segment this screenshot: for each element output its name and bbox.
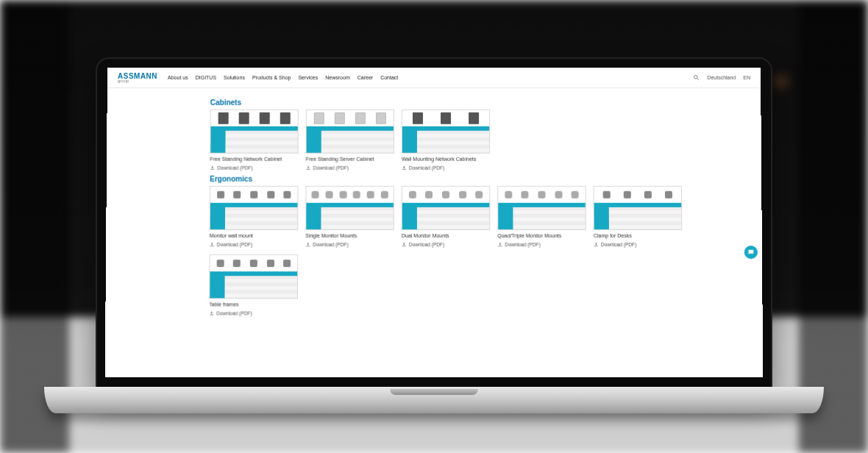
- site-header: ASSMANN group About us DIGITUS Solutions…: [107, 68, 761, 88]
- thumbnail: [210, 186, 299, 230]
- laptop-bezel: ASSMANN group About us DIGITUS Solutions…: [96, 57, 772, 390]
- primary-nav: About us DIGITUS Solutions Products & Sh…: [168, 75, 398, 80]
- nav-career[interactable]: Career: [357, 75, 373, 80]
- download-link[interactable]: Download (PDF): [497, 242, 586, 247]
- download-icon: [306, 165, 311, 171]
- download-icon: [305, 242, 310, 247]
- search-icon[interactable]: [693, 74, 700, 81]
- download-link[interactable]: Download (PDF): [209, 310, 298, 315]
- card-title: Wall Mounting Network Cabinets: [402, 157, 490, 163]
- card-title: Clamp for Desks: [594, 233, 683, 240]
- webpage: ASSMANN group About us DIGITUS Solutions…: [105, 68, 764, 377]
- download-icon: [402, 242, 407, 247]
- download-label: Download (PDF): [505, 242, 540, 247]
- download-link[interactable]: Download (PDF): [306, 165, 394, 171]
- card-cabinet-0[interactable]: Free Standing Network Cabinet Download (…: [210, 110, 299, 171]
- page-content: Cabinets Free Standing Network Cabinet: [105, 88, 762, 316]
- card-title: Quad/Triple Monitor Mounts: [497, 233, 586, 240]
- svg-point-0: [694, 75, 698, 78]
- nav-solutions[interactable]: Solutions: [224, 75, 245, 80]
- card-ergo-4[interactable]: Clamp for Desks Download (PDF): [594, 186, 683, 247]
- card-ergo-0[interactable]: Monitor wall mount Download (PDF): [210, 186, 299, 247]
- download-link[interactable]: Download (PDF): [210, 242, 299, 247]
- card-title: Single Monitor Mounts: [305, 233, 394, 240]
- download-label: Download (PDF): [313, 242, 348, 247]
- ergonomics-grid: Monitor wall mount Download (PDF): [209, 186, 762, 316]
- card-ergo-3[interactable]: Quad/Triple Monitor Mounts Download (PDF…: [497, 186, 586, 247]
- section-title-cabinets: Cabinets: [210, 99, 761, 107]
- laptop-screen: ASSMANN group About us DIGITUS Solutions…: [105, 68, 764, 377]
- header-right: Deutschland EN: [693, 74, 750, 81]
- card-title: Dual Monitor Mounts: [402, 233, 490, 240]
- card-ergo-1[interactable]: Single Monitor Mounts Download (PDF): [305, 186, 394, 247]
- download-label: Download (PDF): [217, 165, 252, 171]
- download-label: Download (PDF): [216, 310, 252, 315]
- section-title-ergonomics: Ergonomics: [210, 175, 761, 183]
- chat-widget-icon[interactable]: [744, 246, 758, 259]
- card-title: Free Standing Network Cabinet: [210, 157, 298, 163]
- card-ergo-2[interactable]: Dual Monitor Mounts Download (PDF): [402, 186, 491, 247]
- download-label: Download (PDF): [409, 242, 444, 247]
- language-selector[interactable]: EN: [743, 75, 750, 80]
- download-link[interactable]: Download (PDF): [594, 242, 683, 247]
- nav-digitus[interactable]: DIGITUS: [196, 75, 216, 80]
- brand-logo[interactable]: ASSMANN group: [118, 72, 157, 83]
- download-icon: [497, 242, 502, 247]
- nav-services[interactable]: Services: [298, 75, 318, 80]
- svg-line-1: [697, 79, 699, 80]
- thumbnail: [402, 186, 490, 230]
- download-link[interactable]: Download (PDF): [402, 165, 490, 171]
- card-title: Table frames: [209, 302, 298, 308]
- download-label: Download (PDF): [409, 165, 444, 171]
- thumbnail: [306, 110, 394, 154]
- thumbnail: [210, 110, 298, 154]
- laptop-base: [44, 387, 824, 413]
- laptop-mockup: ASSMANN group About us DIGITUS Solutions…: [96, 57, 772, 413]
- download-icon: [209, 310, 214, 315]
- card-title: Monitor wall mount: [210, 233, 299, 240]
- thumbnail: [594, 186, 683, 230]
- nav-about[interactable]: About us: [168, 75, 188, 80]
- download-link[interactable]: Download (PDF): [305, 242, 394, 247]
- nav-newsroom[interactable]: Newsroom: [325, 75, 349, 80]
- download-icon: [210, 242, 215, 247]
- download-icon: [210, 165, 215, 171]
- download-label: Download (PDF): [217, 242, 252, 247]
- thumbnail: [209, 254, 298, 299]
- thumbnail: [305, 186, 394, 230]
- download-icon: [402, 165, 407, 171]
- download-label: Download (PDF): [601, 242, 636, 247]
- download-link[interactable]: Download (PDF): [210, 165, 298, 171]
- cabinets-grid: Free Standing Network Cabinet Download (…: [210, 110, 761, 171]
- card-cabinet-2[interactable]: Wall Mounting Network Cabinets Download …: [402, 110, 490, 171]
- card-cabinet-1[interactable]: Free Standing Server Cabinet Download (P…: [306, 110, 394, 171]
- card-title: Free Standing Server Cabinet: [306, 157, 394, 163]
- nav-products[interactable]: Products & Shop: [252, 75, 291, 80]
- thumbnail: [497, 186, 586, 230]
- card-ergo-5[interactable]: Table frames Download (PDF): [209, 254, 298, 316]
- nav-contact[interactable]: Contact: [380, 75, 398, 80]
- section-cabinets: Cabinets Free Standing Network Cabinet: [210, 99, 761, 171]
- country-selector[interactable]: Deutschland: [707, 75, 736, 80]
- thumbnail: [402, 110, 490, 154]
- section-ergonomics: Ergonomics Monitor wall mount: [209, 175, 762, 316]
- download-icon: [594, 242, 599, 247]
- download-link[interactable]: Download (PDF): [402, 242, 491, 247]
- download-label: Download (PDF): [313, 165, 349, 171]
